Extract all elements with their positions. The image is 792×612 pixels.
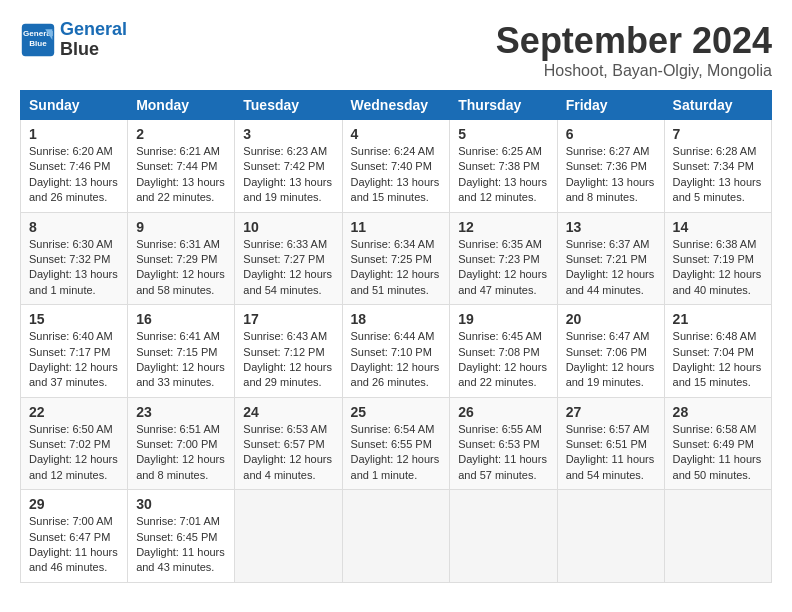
day-number: 19 bbox=[458, 311, 548, 327]
day-cell: 28 Sunrise: 6:58 AMSunset: 6:49 PMDaylig… bbox=[664, 397, 771, 490]
day-cell: 12 Sunrise: 6:35 AMSunset: 7:23 PMDaylig… bbox=[450, 212, 557, 305]
day-number: 21 bbox=[673, 311, 763, 327]
day-number: 11 bbox=[351, 219, 442, 235]
day-cell: 26 Sunrise: 6:55 AMSunset: 6:53 PMDaylig… bbox=[450, 397, 557, 490]
week-row-3: 15 Sunrise: 6:40 AMSunset: 7:17 PMDaylig… bbox=[21, 305, 772, 398]
day-info: Sunrise: 6:35 AMSunset: 7:23 PMDaylight:… bbox=[458, 237, 548, 299]
day-info: Sunrise: 6:51 AMSunset: 7:00 PMDaylight:… bbox=[136, 422, 226, 484]
col-saturday: Saturday bbox=[664, 91, 771, 120]
day-cell: 23 Sunrise: 6:51 AMSunset: 7:00 PMDaylig… bbox=[128, 397, 235, 490]
col-monday: Monday bbox=[128, 91, 235, 120]
day-number: 9 bbox=[136, 219, 226, 235]
day-cell: 2 Sunrise: 6:21 AMSunset: 7:44 PMDayligh… bbox=[128, 120, 235, 213]
day-info: Sunrise: 6:28 AMSunset: 7:34 PMDaylight:… bbox=[673, 144, 763, 206]
day-info: Sunrise: 6:33 AMSunset: 7:27 PMDaylight:… bbox=[243, 237, 333, 299]
day-number: 22 bbox=[29, 404, 119, 420]
title-area: September 2024 Hoshoot, Bayan-Olgiy, Mon… bbox=[496, 20, 772, 80]
header: General Blue General Blue September 2024… bbox=[20, 20, 772, 80]
col-friday: Friday bbox=[557, 91, 664, 120]
day-info: Sunrise: 7:00 AMSunset: 6:47 PMDaylight:… bbox=[29, 514, 119, 576]
day-cell bbox=[664, 490, 771, 583]
day-number: 1 bbox=[29, 126, 119, 142]
calendar-table: Sunday Monday Tuesday Wednesday Thursday… bbox=[20, 90, 772, 583]
day-number: 25 bbox=[351, 404, 442, 420]
day-info: Sunrise: 6:47 AMSunset: 7:06 PMDaylight:… bbox=[566, 329, 656, 391]
day-info: Sunrise: 6:50 AMSunset: 7:02 PMDaylight:… bbox=[29, 422, 119, 484]
day-number: 4 bbox=[351, 126, 442, 142]
logo-icon: General Blue bbox=[20, 22, 56, 58]
day-info: Sunrise: 6:24 AMSunset: 7:40 PMDaylight:… bbox=[351, 144, 442, 206]
day-cell: 22 Sunrise: 6:50 AMSunset: 7:02 PMDaylig… bbox=[21, 397, 128, 490]
day-number: 16 bbox=[136, 311, 226, 327]
day-number: 5 bbox=[458, 126, 548, 142]
day-number: 10 bbox=[243, 219, 333, 235]
day-cell: 16 Sunrise: 6:41 AMSunset: 7:15 PMDaylig… bbox=[128, 305, 235, 398]
week-row-2: 8 Sunrise: 6:30 AMSunset: 7:32 PMDayligh… bbox=[21, 212, 772, 305]
day-info: Sunrise: 6:25 AMSunset: 7:38 PMDaylight:… bbox=[458, 144, 548, 206]
day-info: Sunrise: 6:41 AMSunset: 7:15 PMDaylight:… bbox=[136, 329, 226, 391]
day-cell: 24 Sunrise: 6:53 AMSunset: 6:57 PMDaylig… bbox=[235, 397, 342, 490]
day-info: Sunrise: 6:31 AMSunset: 7:29 PMDaylight:… bbox=[136, 237, 226, 299]
calendar-header-row: Sunday Monday Tuesday Wednesday Thursday… bbox=[21, 91, 772, 120]
logo-text: General bbox=[60, 20, 127, 40]
day-number: 7 bbox=[673, 126, 763, 142]
day-info: Sunrise: 6:53 AMSunset: 6:57 PMDaylight:… bbox=[243, 422, 333, 484]
logo: General Blue General Blue bbox=[20, 20, 127, 60]
location-title: Hoshoot, Bayan-Olgiy, Mongolia bbox=[496, 62, 772, 80]
week-row-5: 29 Sunrise: 7:00 AMSunset: 6:47 PMDaylig… bbox=[21, 490, 772, 583]
day-info: Sunrise: 6:21 AMSunset: 7:44 PMDaylight:… bbox=[136, 144, 226, 206]
day-info: Sunrise: 6:55 AMSunset: 6:53 PMDaylight:… bbox=[458, 422, 548, 484]
day-cell: 4 Sunrise: 6:24 AMSunset: 7:40 PMDayligh… bbox=[342, 120, 450, 213]
day-cell: 11 Sunrise: 6:34 AMSunset: 7:25 PMDaylig… bbox=[342, 212, 450, 305]
day-number: 23 bbox=[136, 404, 226, 420]
day-info: Sunrise: 6:40 AMSunset: 7:17 PMDaylight:… bbox=[29, 329, 119, 391]
day-cell: 1 Sunrise: 6:20 AMSunset: 7:46 PMDayligh… bbox=[21, 120, 128, 213]
day-cell: 27 Sunrise: 6:57 AMSunset: 6:51 PMDaylig… bbox=[557, 397, 664, 490]
day-number: 20 bbox=[566, 311, 656, 327]
day-number: 29 bbox=[29, 496, 119, 512]
day-number: 15 bbox=[29, 311, 119, 327]
day-cell: 20 Sunrise: 6:47 AMSunset: 7:06 PMDaylig… bbox=[557, 305, 664, 398]
day-cell: 8 Sunrise: 6:30 AMSunset: 7:32 PMDayligh… bbox=[21, 212, 128, 305]
day-cell: 19 Sunrise: 6:45 AMSunset: 7:08 PMDaylig… bbox=[450, 305, 557, 398]
day-cell: 21 Sunrise: 6:48 AMSunset: 7:04 PMDaylig… bbox=[664, 305, 771, 398]
month-title: September 2024 bbox=[496, 20, 772, 62]
day-info: Sunrise: 6:48 AMSunset: 7:04 PMDaylight:… bbox=[673, 329, 763, 391]
day-info: Sunrise: 6:30 AMSunset: 7:32 PMDaylight:… bbox=[29, 237, 119, 299]
day-number: 13 bbox=[566, 219, 656, 235]
day-cell: 9 Sunrise: 6:31 AMSunset: 7:29 PMDayligh… bbox=[128, 212, 235, 305]
day-number: 3 bbox=[243, 126, 333, 142]
day-number: 27 bbox=[566, 404, 656, 420]
col-tuesday: Tuesday bbox=[235, 91, 342, 120]
day-info: Sunrise: 6:20 AMSunset: 7:46 PMDaylight:… bbox=[29, 144, 119, 206]
day-info: Sunrise: 6:43 AMSunset: 7:12 PMDaylight:… bbox=[243, 329, 333, 391]
day-info: Sunrise: 6:44 AMSunset: 7:10 PMDaylight:… bbox=[351, 329, 442, 391]
col-wednesday: Wednesday bbox=[342, 91, 450, 120]
day-cell bbox=[235, 490, 342, 583]
day-number: 6 bbox=[566, 126, 656, 142]
day-number: 24 bbox=[243, 404, 333, 420]
day-cell bbox=[557, 490, 664, 583]
col-thursday: Thursday bbox=[450, 91, 557, 120]
day-number: 28 bbox=[673, 404, 763, 420]
day-cell: 10 Sunrise: 6:33 AMSunset: 7:27 PMDaylig… bbox=[235, 212, 342, 305]
day-info: Sunrise: 6:57 AMSunset: 6:51 PMDaylight:… bbox=[566, 422, 656, 484]
day-number: 18 bbox=[351, 311, 442, 327]
day-info: Sunrise: 6:38 AMSunset: 7:19 PMDaylight:… bbox=[673, 237, 763, 299]
day-cell: 13 Sunrise: 6:37 AMSunset: 7:21 PMDaylig… bbox=[557, 212, 664, 305]
col-sunday: Sunday bbox=[21, 91, 128, 120]
day-number: 2 bbox=[136, 126, 226, 142]
day-number: 14 bbox=[673, 219, 763, 235]
day-cell: 3 Sunrise: 6:23 AMSunset: 7:42 PMDayligh… bbox=[235, 120, 342, 213]
day-cell: 7 Sunrise: 6:28 AMSunset: 7:34 PMDayligh… bbox=[664, 120, 771, 213]
day-number: 12 bbox=[458, 219, 548, 235]
week-row-1: 1 Sunrise: 6:20 AMSunset: 7:46 PMDayligh… bbox=[21, 120, 772, 213]
day-cell: 25 Sunrise: 6:54 AMSunset: 6:55 PMDaylig… bbox=[342, 397, 450, 490]
day-info: Sunrise: 6:58 AMSunset: 6:49 PMDaylight:… bbox=[673, 422, 763, 484]
day-cell bbox=[450, 490, 557, 583]
day-info: Sunrise: 6:27 AMSunset: 7:36 PMDaylight:… bbox=[566, 144, 656, 206]
day-info: Sunrise: 6:45 AMSunset: 7:08 PMDaylight:… bbox=[458, 329, 548, 391]
day-info: Sunrise: 7:01 AMSunset: 6:45 PMDaylight:… bbox=[136, 514, 226, 576]
day-number: 26 bbox=[458, 404, 548, 420]
day-info: Sunrise: 6:37 AMSunset: 7:21 PMDaylight:… bbox=[566, 237, 656, 299]
